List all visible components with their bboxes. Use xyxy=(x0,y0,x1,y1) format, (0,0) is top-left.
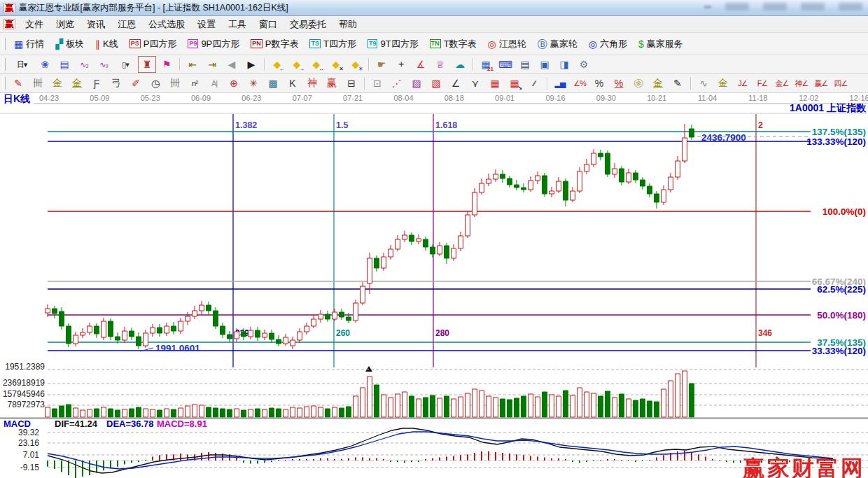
draw-button-37[interactable]: ∿ xyxy=(694,75,713,92)
draw-button-19[interactable]: ⊡ xyxy=(368,75,386,92)
draw-button-1[interactable]: 卌 xyxy=(29,75,47,92)
tool-T数字表[interactable]: TNT数字表 xyxy=(424,34,482,53)
draw-button-25[interactable]: ▦ xyxy=(486,75,504,92)
view-button-29[interactable]: ▣ xyxy=(536,56,554,73)
menu-item-4[interactable]: 公式选股 xyxy=(142,17,191,32)
draw-button-5[interactable]: 弓 xyxy=(107,75,125,92)
view-button-2[interactable]: ▤ xyxy=(55,56,74,73)
view-button-14[interactable]: ◆← xyxy=(268,56,286,73)
menu-item-7[interactable]: 窗口 xyxy=(253,17,284,32)
draw-button-13[interactable]: ▩ xyxy=(264,75,282,92)
menu-item-6[interactable]: 工具 xyxy=(222,17,253,32)
draw-button-7[interactable]: ◷ xyxy=(146,75,164,92)
tool-赢家轮[interactable]: Ⓑ赢家轮 xyxy=(532,34,583,53)
draw-button-2[interactable]: 金 xyxy=(48,75,66,92)
draw-button-23[interactable]: ∠ xyxy=(447,75,465,92)
draw-button-29[interactable]: ▂▅ xyxy=(551,75,569,92)
draw-button-32[interactable]: % xyxy=(610,75,628,92)
draw-button-33[interactable]: ㊎ xyxy=(629,75,648,92)
view-button-11[interactable]: ◀ xyxy=(223,56,241,73)
draw-button-16[interactable]: 赢 xyxy=(323,75,341,92)
titlebar-blurred-item[interactable] xyxy=(704,6,711,8)
view-button-20[interactable]: ☛ xyxy=(372,56,391,73)
draw-button-3[interactable]: 金 xyxy=(68,75,86,92)
draw-button-6[interactable]: ✐ xyxy=(127,75,145,92)
draw-button-27[interactable]: ∕∕ xyxy=(525,75,543,92)
tool-P数字表[interactable]: PNP数字表 xyxy=(245,34,304,53)
view-button-31[interactable]: ⚙ xyxy=(575,56,593,73)
view-button-0[interactable]: 日▾ xyxy=(9,56,34,73)
menu-item-5[interactable]: 设置 xyxy=(191,17,222,32)
tool-P四方形[interactable]: PSP四方形 xyxy=(124,34,183,53)
view-button-21[interactable]: ＋ xyxy=(392,56,410,73)
view-button-9[interactable]: ⇤ xyxy=(183,56,202,73)
draw-button-43[interactable]: 赢∠ xyxy=(812,75,830,92)
view-button-4[interactable]: ∿₉ xyxy=(94,56,113,73)
draw-button-24[interactable]: ⋎ xyxy=(466,75,484,92)
view-button-3[interactable]: ∿₃ xyxy=(75,56,93,73)
draw-button-11[interactable]: ⊕ xyxy=(225,75,243,92)
menu-item-3[interactable]: 江恩 xyxy=(111,17,142,32)
tool-板块[interactable]: ▞板块 xyxy=(50,34,90,53)
view-button-23[interactable]: ♕ xyxy=(431,56,449,73)
tool-T四方形[interactable]: TST四方形 xyxy=(304,34,361,53)
view-button-22[interactable]: ∡ xyxy=(412,56,430,73)
view-button-5[interactable]: ▯▾ xyxy=(114,56,136,73)
draw-button-15[interactable]: 神 xyxy=(303,75,321,92)
view-button-18[interactable]: ◆✳ xyxy=(346,56,365,73)
draw-button-4[interactable]: Ƒ xyxy=(88,75,106,92)
draw-button-8[interactable]: 卌 xyxy=(166,75,184,92)
view-button-27[interactable]: ⌨ xyxy=(496,56,514,73)
tool-行情[interactable]: ▦行情 xyxy=(8,34,50,53)
titlebar-blurred-item[interactable] xyxy=(801,3,825,10)
chart-canvas[interactable]: 04-2305-0905-2306-0906-2307-0707-2108-04… xyxy=(0,93,868,478)
draw-button-21[interactable]: ▨ xyxy=(407,75,426,92)
tool-赢家服务[interactable]: $赢家服务 xyxy=(633,34,689,53)
toolbar-grip[interactable] xyxy=(2,58,6,71)
toolbar-grip[interactable] xyxy=(2,77,6,90)
titlebar-blurred-item[interactable] xyxy=(725,3,749,10)
menu-item-1[interactable]: 浏览 xyxy=(50,17,80,32)
draw-button-41[interactable]: 金∠ xyxy=(773,75,791,92)
view-button-28[interactable]: ▤ xyxy=(516,56,534,73)
draw-button-35[interactable]: ✎ xyxy=(668,75,687,92)
draw-button-39[interactable]: J∠ xyxy=(734,75,752,92)
titlebar-blurred-item[interactable] xyxy=(839,3,862,10)
view-button-17[interactable]: ◆✕ xyxy=(327,56,345,73)
titlebar-blurred-item[interactable] xyxy=(763,3,787,10)
draw-button-38[interactable]: 金 xyxy=(714,75,732,92)
view-button-7[interactable]: ⚑ xyxy=(158,56,176,73)
view-button-30[interactable]: ◨ xyxy=(555,56,573,73)
toolbar-grip[interactable] xyxy=(2,38,6,50)
draw-button-10[interactable]: A| xyxy=(205,75,223,92)
view-button-24[interactable]: ☁ xyxy=(451,56,469,73)
tool-江恩轮[interactable]: ◎江恩轮 xyxy=(482,34,532,53)
tool-K线[interactable]: ∥K线 xyxy=(90,34,124,53)
view-button-10[interactable]: ⇥ xyxy=(203,56,221,73)
draw-button-9[interactable]: n² xyxy=(186,75,204,92)
tool-六角形[interactable]: ◎六角形 xyxy=(583,34,633,53)
view-button-15[interactable]: ◆→ xyxy=(288,56,306,73)
draw-button-12[interactable]: ✳ xyxy=(244,75,262,92)
draw-button-20[interactable]: ⋰ xyxy=(388,75,406,92)
draw-button-40[interactable]: F∠ xyxy=(753,75,771,92)
draw-button-34[interactable]: 金 xyxy=(649,75,667,92)
draw-button-22[interactable]: ▧ xyxy=(427,75,445,92)
menu-item-8[interactable]: 交易委托 xyxy=(284,17,332,32)
draw-button-26[interactable]: ▦↘ xyxy=(505,75,524,92)
menu-item-9[interactable]: 帮助 xyxy=(332,17,363,32)
menu-item-2[interactable]: 资讯 xyxy=(80,17,111,32)
draw-button-14[interactable]: K xyxy=(284,75,302,92)
draw-button-17[interactable]: ⊟ xyxy=(342,75,360,92)
titlebar-controls[interactable] xyxy=(704,3,862,10)
draw-button-44[interactable]: 四∠ xyxy=(832,75,850,92)
view-button-6[interactable]: ♜ xyxy=(138,56,156,73)
view-button-12[interactable]: ▶ xyxy=(242,56,260,73)
tool-9T四方形[interactable]: T99T四方形 xyxy=(362,34,424,53)
draw-button-31[interactable]: % xyxy=(590,75,608,92)
tool-9P四方形[interactable]: P99P四方形 xyxy=(182,34,245,53)
menu-item-0[interactable]: 文件 xyxy=(19,17,50,32)
draw-button-30[interactable]: ∠% xyxy=(570,75,589,92)
draw-button-42[interactable]: 神∠ xyxy=(792,75,811,92)
draw-button-0[interactable]: ✎ xyxy=(9,75,27,92)
